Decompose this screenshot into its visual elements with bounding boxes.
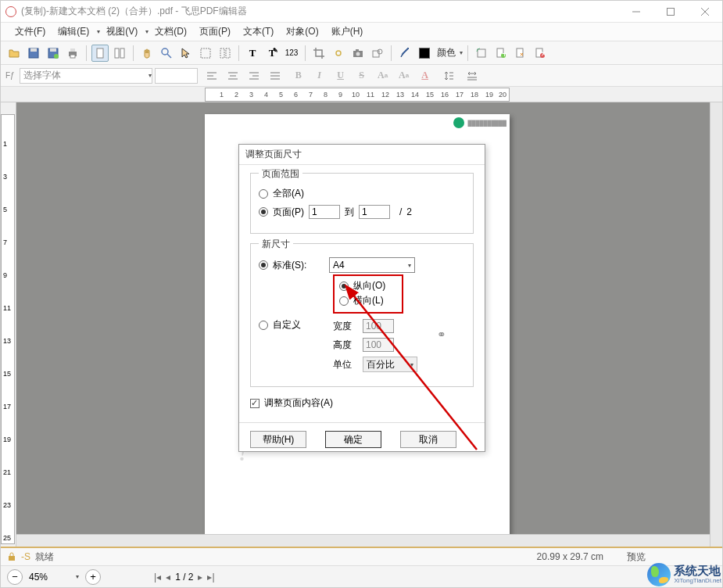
unit-select[interactable]: 百分比 ▾ (363, 357, 417, 372)
align-right-button[interactable] (245, 67, 263, 84)
crop-button[interactable] (310, 45, 327, 62)
link-button[interactable] (330, 45, 347, 62)
radio-standard[interactable] (259, 260, 268, 270)
svg-rect-17 (201, 48, 210, 58)
radio-custom[interactable] (259, 321, 268, 330)
svg-rect-10 (70, 48, 75, 52)
size-selector[interactable] (155, 68, 198, 84)
svg-rect-1 (668, 8, 675, 15)
chevron-down-icon[interactable]: ▾ (460, 49, 463, 56)
scrollbar-horizontal[interactable] (16, 534, 710, 547)
marquee-tool-button[interactable] (197, 45, 214, 62)
menu-account[interactable]: 账户(H) (325, 23, 370, 41)
superscript-button[interactable]: Aa (374, 67, 392, 84)
menu-view[interactable]: 视图(V) (100, 23, 144, 41)
line-spacing-button[interactable] (439, 67, 458, 84)
column-select-button[interactable] (217, 45, 234, 62)
page-prev-button[interactable]: ◂ (166, 572, 170, 583)
page-to-input[interactable] (359, 205, 390, 219)
paper-size-select[interactable]: A4 ▾ (329, 257, 415, 273)
svg-text:+: + (502, 48, 507, 59)
brush-button[interactable] (396, 45, 413, 62)
menu-edit[interactable]: 编辑(E) (52, 23, 95, 41)
save-as-button[interactable] (45, 45, 62, 62)
radio-portrait[interactable] (339, 281, 349, 291)
label-page-range: 页面(P) (273, 206, 304, 219)
strikethrough-button[interactable]: S (353, 67, 371, 84)
help-button[interactable]: 帮助(H) (250, 431, 306, 448)
maximize-button[interactable] (653, 1, 688, 23)
text-button[interactable]: T (244, 45, 261, 62)
close-button[interactable] (688, 1, 722, 23)
menu-doc[interactable]: 文档(D) (149, 23, 193, 41)
label-unit: 单位 (333, 358, 356, 371)
toolbar-format: Fƒ 选择字体▾ B I U S Aa Aa A (1, 65, 722, 87)
align-center-button[interactable] (224, 67, 242, 84)
underline-button[interactable]: U (331, 67, 350, 84)
checkbox-adjust-content[interactable] (250, 399, 259, 408)
orientation-highlight: 纵向(O) 横向(L) (333, 274, 403, 314)
minimize-button[interactable] (619, 1, 653, 23)
zoom-out-button[interactable]: − (7, 569, 23, 585)
color-fill-button[interactable] (416, 45, 433, 62)
page-insert-button[interactable]: + (492, 45, 510, 62)
doc-layout-1-button[interactable] (91, 45, 109, 62)
page-last-button[interactable]: ▸| (207, 572, 214, 583)
menu-file[interactable]: 文件(F) (9, 23, 52, 41)
camera-button[interactable] (349, 45, 367, 62)
separator (238, 45, 239, 61)
align-justify-button[interactable] (266, 67, 285, 84)
char-spacing-button[interactable] (463, 67, 481, 84)
menu-text[interactable]: 文本(T) (237, 23, 280, 41)
rotate-left-button[interactable] (473, 45, 490, 62)
zoom-in-button[interactable]: + (85, 569, 101, 585)
select-tool-button[interactable] (177, 45, 195, 62)
text-vertical-button[interactable]: 123 (283, 45, 300, 62)
bold-button[interactable]: B (289, 67, 308, 84)
align-left-button[interactable] (202, 67, 221, 84)
subscript-button[interactable]: Aa (395, 67, 413, 84)
hand-tool-button[interactable] (138, 45, 156, 62)
italic-button[interactable]: I (310, 67, 329, 84)
page-watermark: ██████████ (453, 117, 506, 128)
page-indicator[interactable]: 1 / 2 (175, 572, 193, 583)
zoom-tool-button[interactable] (158, 45, 175, 62)
label-portrait: 纵向(O) (353, 279, 385, 292)
chevron-down-icon[interactable]: ▾ (76, 573, 79, 580)
svg-rect-25 (478, 49, 485, 57)
paper-size-value: A4 (333, 260, 345, 271)
svg-rect-18 (220, 48, 224, 58)
width-input[interactable] (363, 319, 394, 333)
svg-point-24 (378, 49, 382, 54)
svg-point-15 (162, 48, 168, 55)
fieldset-new-size: 新尺寸 标准(S): A4 ▾ 纵向(O) (250, 243, 474, 387)
zoom-level[interactable]: 45% (29, 572, 68, 583)
text-edit-button[interactable]: T✎ (263, 45, 281, 62)
save-button[interactable] (25, 45, 42, 62)
menu-object[interactable]: 对象(O) (280, 23, 324, 41)
page-first-button[interactable]: |◂ (154, 572, 161, 583)
scrollbar-vertical[interactable] (710, 102, 722, 547)
radio-page-range[interactable] (259, 207, 268, 217)
page-delete-button[interactable]: × (532, 45, 549, 62)
page-from-input[interactable] (309, 205, 340, 219)
open-button[interactable] (5, 45, 23, 62)
menu-page[interactable]: 页面(P) (193, 23, 237, 41)
chevron-down-icon: ▾ (410, 361, 413, 368)
status-preview[interactable]: 预览 (627, 550, 646, 564)
brand-watermark: 系统天地 XiTongTianDi.net (647, 563, 721, 586)
fieldset-legend: 新尺寸 (259, 238, 293, 251)
radio-all-pages[interactable] (259, 189, 268, 199)
radio-landscape[interactable] (339, 296, 349, 306)
font-color-button[interactable]: A (416, 67, 435, 84)
page-extract-button[interactable] (512, 45, 529, 62)
height-input[interactable] (363, 338, 394, 352)
print-button[interactable] (64, 45, 81, 62)
cancel-button[interactable]: 取消 (400, 431, 456, 448)
ok-button[interactable]: 确定 (325, 431, 381, 448)
shape-button[interactable] (369, 45, 386, 62)
page-next-button[interactable]: ▸ (198, 572, 202, 583)
font-selector[interactable]: 选择字体▾ (20, 68, 152, 84)
doc-layout-2-button[interactable] (111, 45, 128, 62)
link-dimensions-icon[interactable]: ⚭ (437, 328, 446, 341)
